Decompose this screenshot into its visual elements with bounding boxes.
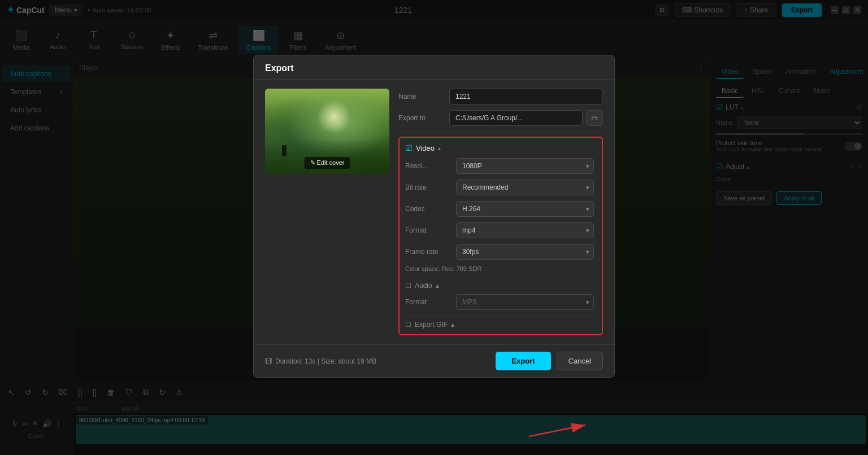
audio-checkbox-icon: ☐ (405, 282, 411, 290)
format-select-wrapper: mp4 mov avi (456, 222, 594, 238)
format-row: Format mp4 mov avi (405, 222, 594, 238)
video-settings-scroll[interactable]: ☑ Video ▴ Resol... 720P 1080P 2K (405, 143, 596, 329)
edit-cover-button[interactable]: ✎ Edit cover (305, 157, 350, 169)
video-checkbox-icon: ☑ (405, 143, 413, 152)
bitrate-row: Bit rate Low Recommended High (405, 180, 594, 195)
preview-thumbnail: ✎ Edit cover (265, 89, 389, 173)
video-section-toggle[interactable]: ☑ Video ▴ (405, 143, 594, 152)
format-select[interactable]: mp4 mov avi (456, 222, 594, 238)
format-label: Format (405, 226, 450, 234)
export-path-row: 🗁 (449, 110, 603, 126)
modal-cancel-button[interactable]: Cancel (557, 352, 603, 370)
codec-row: Codec H.264 H.265 ProRes (405, 201, 594, 217)
settings-divider (398, 132, 603, 132)
export-modal-title: Export (265, 63, 603, 73)
framerate-select[interactable]: 24fps 25fps 30fps 60fps (456, 244, 594, 260)
resolution-row: Resol... 720P 1080P 2K 4K (405, 158, 594, 174)
framerate-row: Frame rate 24fps 25fps 30fps 60fps (405, 244, 594, 260)
sun-glare (317, 100, 351, 134)
gif-section: ☐ Export GIF ▴ (405, 321, 594, 329)
audio-section-toggle[interactable]: ☐ Audio ▴ (405, 282, 594, 290)
bitrate-select-wrapper: Low Recommended High (456, 180, 594, 195)
export-modal-header: Export (254, 55, 614, 80)
footer-buttons: Export Cancel (496, 352, 603, 370)
audio-section: ☐ Audio ▴ Format AAC MP3 (405, 282, 594, 310)
footer-info: 🎞 Duration: 13s | Size: about 19 MB (265, 357, 376, 365)
settings-panel: Name Export to 🗁 (398, 89, 603, 335)
audio-divider (405, 277, 594, 277)
video-section-arrow-icon: ▴ (438, 145, 441, 151)
video-section-label: Video (416, 144, 435, 152)
name-field-label: Name (398, 93, 444, 100)
svg-line-1 (529, 425, 585, 436)
red-arrow-annotation (529, 419, 597, 444)
resolution-label: Resol... (405, 162, 450, 170)
audio-format-select-wrapper: AAC MP3 (456, 294, 594, 310)
duration-size-label: Duration: 13s | Size: about 19 MB (275, 357, 376, 365)
gif-divider (405, 316, 594, 316)
gif-section-label-text: Export GIF (415, 321, 448, 329)
color-space-label: Color space: Rec. 709 SDR (405, 265, 594, 272)
name-input[interactable] (449, 89, 603, 104)
gif-checkbox-icon: ☐ (405, 321, 411, 329)
audio-format-row: Format AAC MP3 (405, 294, 594, 310)
resolution-select[interactable]: 720P 1080P 2K 4K (456, 158, 594, 174)
preview-thumbnail-area: ✎ Edit cover (265, 89, 389, 335)
export-modal-body: ✎ Edit cover Name Export to 🗁 (254, 80, 614, 344)
export-to-label: Export to (398, 114, 444, 122)
modal-overlay: Export ✎ Edit cover N (0, 0, 868, 455)
audio-section-arrow-icon: ▴ (436, 282, 439, 290)
name-row: Name (398, 89, 603, 104)
export-modal: Export ✎ Edit cover N (253, 55, 615, 378)
codec-select-wrapper: H.264 H.265 ProRes (456, 201, 594, 217)
gif-section-toggle[interactable]: ☐ Export GIF ▴ (405, 321, 594, 329)
video-settings-box: ☑ Video ▴ Resol... 720P 1080P 2K (398, 137, 603, 335)
codec-label: Codec (405, 205, 450, 213)
export-to-row: Export to 🗁 (398, 110, 603, 126)
audio-format-select[interactable]: AAC MP3 (456, 294, 594, 310)
resolution-select-wrapper: 720P 1080P 2K 4K (456, 158, 594, 174)
film-icon: 🎞 (265, 357, 272, 365)
export-path-input[interactable] (449, 110, 583, 126)
audio-format-label: Format (405, 298, 450, 306)
figure-silhouette (282, 145, 287, 156)
bitrate-label: Bit rate (405, 183, 450, 191)
folder-browse-button[interactable]: 🗁 (586, 110, 603, 126)
bitrate-select[interactable]: Low Recommended High (456, 180, 594, 195)
codec-select[interactable]: H.264 H.265 ProRes (456, 201, 594, 217)
modal-export-button[interactable]: Export (496, 352, 550, 370)
framerate-select-wrapper: 24fps 25fps 30fps 60fps (456, 244, 594, 260)
framerate-label: Frame rate (405, 248, 450, 256)
export-modal-footer: 🎞 Duration: 13s | Size: about 19 MB Expo… (254, 344, 614, 377)
audio-section-label-text: Audio (415, 282, 432, 290)
gif-section-arrow-icon: ▴ (451, 321, 454, 329)
